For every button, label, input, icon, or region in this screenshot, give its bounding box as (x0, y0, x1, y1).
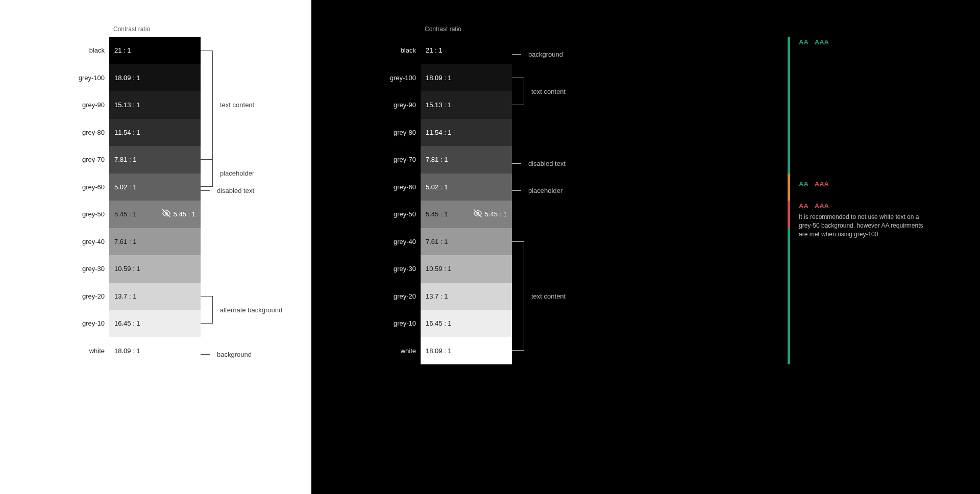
bracket-line-icon (512, 78, 524, 105)
color-swatch: 5.45 : 15.45 : 1 (421, 201, 512, 228)
contrast-ratio-value: 7.61 : 1 (114, 238, 136, 245)
alt-ratio-value: 5.45 : 1 (174, 210, 195, 218)
swatch-name-label: grey-10 (0, 319, 105, 327)
bracket-dash-icon (512, 163, 521, 164)
usage-bracket: alternate background (201, 296, 282, 324)
contrast-ratio-value: 5.45 : 1 (426, 210, 448, 218)
usage-label: text content (220, 101, 254, 109)
color-swatch: 18.09 : 1 (421, 337, 512, 365)
wcag-aaa-badge: AAA (815, 38, 829, 46)
contrast-ratio-value: 15.13 : 1 (426, 101, 452, 109)
swatch-row: grey-8011.54 : 1 (0, 119, 311, 146)
swatch-name-label: grey-30 (311, 265, 416, 273)
contrast-ratio-value: 5.02 : 1 (426, 183, 448, 191)
swatch-row: grey-505.45 : 15.45 : 1 (311, 201, 781, 228)
contrast-ratio-value: 11.54 : 1 (426, 129, 452, 136)
alt-ratio-value: 5.45 : 1 (485, 210, 507, 218)
color-swatch: 18.09 : 1 (109, 337, 201, 365)
usage-bracket: placeholder (512, 187, 562, 194)
usage-bracket: disabled text (201, 187, 254, 194)
swatch-name-label: grey-10 (311, 319, 416, 327)
contrast-ratio-header: Contrast ratio (113, 26, 150, 33)
contrast-ratio-value: 15.13 : 1 (114, 101, 140, 109)
color-swatch: 5.02 : 1 (421, 174, 512, 201)
bracket-dash-icon (201, 190, 210, 191)
swatch-name-label: grey-90 (0, 101, 105, 109)
swatch-name-label: grey-70 (311, 156, 416, 163)
swatch-name-label: grey-50 (0, 210, 105, 218)
color-swatch: 21 : 1 (109, 37, 201, 64)
swatch-alt-ratio: 5.45 : 1 (162, 209, 195, 219)
usage-label: placeholder (528, 187, 562, 194)
bracket-dash-icon (512, 54, 521, 55)
swatch-name-label: grey-70 (0, 156, 105, 163)
swatch-name-label: grey-20 (311, 292, 416, 300)
color-swatch: 7.81 : 1 (421, 146, 512, 174)
swatch-row: grey-707.81 : 1 (0, 146, 311, 174)
wcag-note: It is recommended to not use white text … (799, 213, 932, 239)
swatch-name-label: grey-30 (0, 265, 105, 273)
color-swatch: 21 : 1 (421, 37, 512, 64)
contrast-ratio-value: 5.02 : 1 (114, 183, 136, 191)
swatch-row: grey-505.45 : 15.45 : 1 (0, 201, 311, 228)
wcag-tags: AAAAA (799, 38, 970, 46)
usage-bracket: text content (512, 241, 566, 351)
wcag-legend-item: AAAAAIt is recommended to not use white … (799, 202, 970, 239)
color-swatch: 13.7 : 1 (421, 283, 512, 310)
usage-bracket: text content (512, 78, 566, 105)
color-swatch: 18.09 : 1 (109, 64, 201, 92)
dark-theme-panel: Contrast ratio black21 : 1grey-10018.09 … (311, 0, 781, 494)
bracket-line-icon (512, 241, 524, 351)
usage-label: placeholder (220, 169, 254, 177)
light-theme-panel: Contrast ratio black21 : 1grey-10018.09 … (0, 0, 311, 494)
swatch-row: grey-9015.13 : 1 (0, 91, 311, 119)
swatch-alt-ratio: 5.45 : 1 (474, 209, 507, 219)
bracket-line-icon (201, 51, 213, 160)
usage-label: alternate background (220, 306, 282, 314)
swatch-name-label: grey-40 (0, 238, 105, 245)
wcag-legend-panel: AAAAAAAAAAAAAAAIt is recommended to not … (781, 0, 980, 494)
wcag-tags: AAAAA (799, 180, 970, 188)
bracket-line-icon (201, 160, 213, 187)
swatch-name-label: grey-60 (0, 183, 105, 191)
contrast-ratio-value: 10.59 : 1 (426, 265, 452, 273)
swatch-name-label: grey-90 (311, 101, 416, 109)
color-swatch: 15.13 : 1 (421, 91, 512, 119)
bracket-line-icon (201, 296, 213, 324)
contrast-ratio-value: 18.09 : 1 (114, 74, 140, 82)
usage-bracket: background (201, 351, 252, 358)
color-swatch: 18.09 : 1 (421, 64, 512, 92)
swatch-name-label: white (0, 347, 105, 355)
usage-label: disabled text (528, 160, 566, 167)
swatch-name-label: grey-80 (0, 129, 105, 136)
swatch-name-label: grey-80 (311, 129, 416, 136)
swatch-name-label: grey-100 (311, 74, 416, 82)
swatch-name-label: grey-40 (311, 238, 416, 245)
color-swatch: 7.61 : 1 (421, 228, 512, 256)
swatch-name-label: black (311, 46, 416, 54)
wcag-bar-segment (788, 201, 790, 228)
wcag-bar-segment (788, 174, 790, 201)
contrast-ratio-value: 21 : 1 (426, 46, 443, 54)
swatch-row: grey-605.02 : 1 (0, 174, 311, 201)
usage-label: background (217, 351, 252, 358)
color-swatch: 10.59 : 1 (109, 255, 201, 283)
color-swatch: 13.7 : 1 (109, 283, 201, 310)
wcag-legend-item: AAAAA (799, 38, 970, 46)
eye-off-icon (162, 209, 170, 219)
wcag-aaa-badge: AAA (815, 180, 829, 188)
color-swatch: 10.59 : 1 (421, 255, 512, 283)
contrast-ratio-value: 18.09 : 1 (114, 347, 140, 355)
usage-label: background (528, 51, 563, 58)
swatch-name-label: grey-20 (0, 292, 105, 300)
contrast-ratio-value: 16.45 : 1 (114, 319, 140, 327)
swatch-row: black21 : 1 (0, 37, 311, 64)
usage-bracket: placeholder (201, 160, 254, 187)
wcag-bar-segment (788, 37, 790, 174)
usage-bracket: disabled text (512, 160, 566, 167)
contrast-ratio-value: 18.09 : 1 (426, 74, 452, 82)
contrast-ratio-header: Contrast ratio (425, 26, 461, 33)
eye-off-icon (474, 209, 482, 219)
swatch-name-label: black (0, 46, 105, 54)
swatch-row: grey-3010.59 : 1 (0, 255, 311, 283)
